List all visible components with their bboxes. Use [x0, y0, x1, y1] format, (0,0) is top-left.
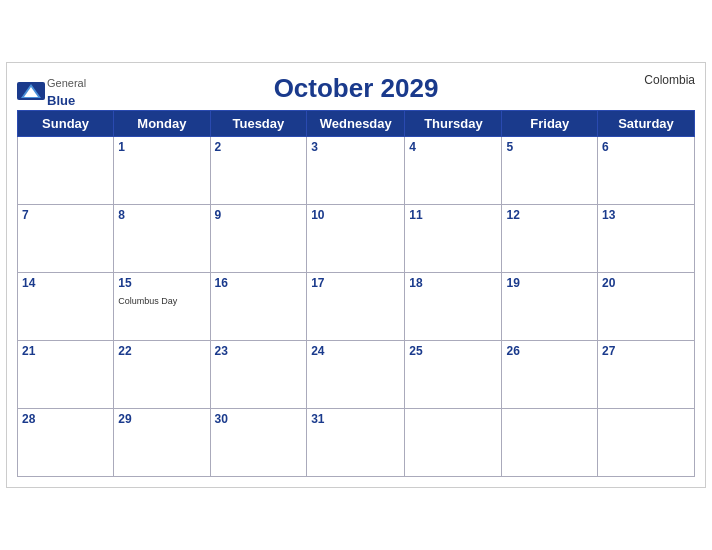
calendar-cell: 12 — [502, 205, 598, 273]
day-number: 28 — [22, 412, 109, 426]
day-number: 29 — [118, 412, 205, 426]
day-number: 31 — [311, 412, 400, 426]
calendar-cell: 1 — [114, 137, 210, 205]
day-number: 14 — [22, 276, 109, 290]
calendar-cell — [405, 409, 502, 477]
day-number: 22 — [118, 344, 205, 358]
day-number: 6 — [602, 140, 690, 154]
calendar-cell: 9 — [210, 205, 307, 273]
calendar-cell: 2 — [210, 137, 307, 205]
day-number: 2 — [215, 140, 303, 154]
calendar-cell: 6 — [598, 137, 695, 205]
day-number: 13 — [602, 208, 690, 222]
calendar-cell: 7 — [18, 205, 114, 273]
header-friday: Friday — [502, 111, 598, 137]
calendar-week-row: 21222324252627 — [18, 341, 695, 409]
day-number: 11 — [409, 208, 497, 222]
calendar-week-row: 78910111213 — [18, 205, 695, 273]
calendar-cell: 23 — [210, 341, 307, 409]
day-number: 8 — [118, 208, 205, 222]
calendar-cell — [18, 137, 114, 205]
day-number: 25 — [409, 344, 497, 358]
day-number: 23 — [215, 344, 303, 358]
day-number: 1 — [118, 140, 205, 154]
calendar-cell: 8 — [114, 205, 210, 273]
header-saturday: Saturday — [598, 111, 695, 137]
calendar-cell: 27 — [598, 341, 695, 409]
day-number: 4 — [409, 140, 497, 154]
day-number: 3 — [311, 140, 400, 154]
day-number: 16 — [215, 276, 303, 290]
calendar-cell: 29 — [114, 409, 210, 477]
calendar-cell: 19 — [502, 273, 598, 341]
calendar-cell: 15Columbus Day — [114, 273, 210, 341]
day-number: 9 — [215, 208, 303, 222]
day-number: 19 — [506, 276, 593, 290]
calendar-cell: 31 — [307, 409, 405, 477]
calendar-cell: 30 — [210, 409, 307, 477]
logo-general-text: General Blue — [47, 77, 86, 107]
calendar-week-row: 28293031 — [18, 409, 695, 477]
day-number: 17 — [311, 276, 400, 290]
day-number: 27 — [602, 344, 690, 358]
calendar-header: General Blue October 2029 Colombia — [17, 73, 695, 104]
day-number: 10 — [311, 208, 400, 222]
calendar-cell: 10 — [307, 205, 405, 273]
calendar-title: October 2029 — [274, 73, 439, 104]
calendar-week-row: 1415Columbus Day1617181920 — [18, 273, 695, 341]
day-event: Columbus Day — [118, 296, 177, 306]
calendar-cell: 17 — [307, 273, 405, 341]
header-wednesday: Wednesday — [307, 111, 405, 137]
calendar-cell: 3 — [307, 137, 405, 205]
header-monday: Monday — [114, 111, 210, 137]
calendar-grid: Sunday Monday Tuesday Wednesday Thursday… — [17, 110, 695, 477]
calendar-cell: 4 — [405, 137, 502, 205]
header-sunday: Sunday — [18, 111, 114, 137]
day-number: 26 — [506, 344, 593, 358]
calendar-cell: 16 — [210, 273, 307, 341]
calendar-week-row: 123456 — [18, 137, 695, 205]
day-number: 15 — [118, 276, 205, 290]
calendar-cell: 5 — [502, 137, 598, 205]
day-number: 5 — [506, 140, 593, 154]
calendar-cell: 13 — [598, 205, 695, 273]
day-number: 30 — [215, 412, 303, 426]
generalblue-icon — [17, 82, 45, 100]
logo-area: General Blue — [17, 73, 86, 109]
calendar-cell: 22 — [114, 341, 210, 409]
calendar-cell: 21 — [18, 341, 114, 409]
calendar-cell — [502, 409, 598, 477]
calendar-cell: 26 — [502, 341, 598, 409]
calendar-cell: 28 — [18, 409, 114, 477]
calendar-cell — [598, 409, 695, 477]
day-number: 24 — [311, 344, 400, 358]
day-number: 7 — [22, 208, 109, 222]
calendar-cell: 18 — [405, 273, 502, 341]
calendar-container: General Blue October 2029 Colombia Sunda… — [6, 62, 706, 488]
calendar-cell: 14 — [18, 273, 114, 341]
country-label: Colombia — [644, 73, 695, 87]
calendar-cell: 25 — [405, 341, 502, 409]
weekday-header-row: Sunday Monday Tuesday Wednesday Thursday… — [18, 111, 695, 137]
calendar-cell: 11 — [405, 205, 502, 273]
calendar-cell: 24 — [307, 341, 405, 409]
day-number: 21 — [22, 344, 109, 358]
day-number: 18 — [409, 276, 497, 290]
header-thursday: Thursday — [405, 111, 502, 137]
header-tuesday: Tuesday — [210, 111, 307, 137]
calendar-cell: 20 — [598, 273, 695, 341]
day-number: 20 — [602, 276, 690, 290]
day-number: 12 — [506, 208, 593, 222]
